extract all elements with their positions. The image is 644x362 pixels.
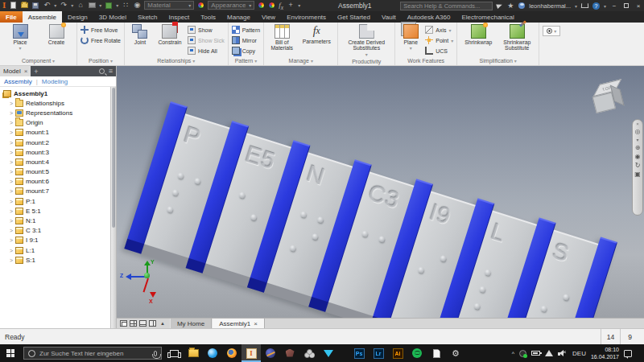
expander-icon[interactable]: > — [10, 101, 15, 106]
tree-item-representations[interactable]: >Representations — [0, 108, 116, 117]
navbar-close-icon[interactable]: × — [636, 121, 639, 126]
free-rotate-button[interactable]: Free Rotate — [80, 35, 121, 45]
tab-assembly1-document[interactable]: Assembly1× — [212, 319, 265, 328]
expander-icon[interactable]: > — [10, 208, 15, 214]
expander-icon[interactable]: > — [10, 150, 15, 155]
store-cart-icon[interactable] — [581, 3, 588, 8]
capture-caret-icon[interactable] — [99, 2, 101, 9]
tab-sketch[interactable]: Sketch — [132, 11, 163, 23]
restore-button[interactable] — [622, 3, 630, 8]
tree-item-mount-6[interactable]: >mount:6 — [0, 177, 116, 187]
tab-file[interactable]: File — [0, 11, 23, 23]
horizontal-split-icon[interactable] — [139, 320, 147, 327]
parameters-fx-icon[interactable]: fx — [279, 1, 283, 11]
color-wheel-icon[interactable] — [197, 2, 204, 9]
look-at-icon[interactable]: ▣ — [634, 171, 641, 178]
tree-item-e5-1[interactable]: >E 5:1 — [0, 206, 116, 216]
panel-label-work-features[interactable]: Work Features — [397, 56, 455, 65]
start-button[interactable] — [0, 344, 21, 362]
minimize-button[interactable]: − — [610, 2, 618, 10]
visual-options-button[interactable] — [543, 26, 560, 36]
select-dots-icon[interactable] — [122, 2, 130, 10]
tree-item-mount-4[interactable]: >mount:4 — [0, 157, 116, 167]
qat-overflow-caret[interactable] — [298, 2, 300, 9]
triangle-app-button[interactable] — [319, 344, 338, 362]
spotify-button[interactable] — [407, 344, 427, 362]
inventor-logo[interactable]: I — [2, 1, 6, 10]
browser-tab-model[interactable]: Model× — [0, 66, 31, 76]
update-caret-icon[interactable] — [116, 2, 118, 9]
space-app-button[interactable] — [261, 344, 280, 362]
tree-item-mount-7[interactable]: >mount:7 — [0, 187, 116, 196]
appearance-dropdown[interactable]: Appearance — [208, 1, 254, 10]
view-modeling-link[interactable]: Modeling — [42, 78, 68, 85]
language-indicator[interactable]: DEU — [572, 350, 586, 357]
expander-icon[interactable]: > — [10, 199, 15, 204]
tree-item-p-1[interactable]: >P:1 — [0, 196, 116, 206]
inventor-taskbar-button[interactable]: I — [242, 344, 261, 362]
tab-my-home[interactable]: My Home — [170, 319, 212, 328]
open-button[interactable] — [20, 2, 28, 10]
document-close-icon[interactable]: × — [254, 320, 258, 327]
microphone-icon[interactable] — [154, 351, 157, 356]
plane-button[interactable]: Plane — [398, 24, 423, 51]
tab-electromechanical[interactable]: Electromechanical — [456, 11, 519, 23]
tab-design[interactable]: Design — [62, 11, 93, 23]
parameters-button[interactable]: fxParameters — [299, 24, 334, 44]
battery-icon[interactable] — [531, 351, 540, 356]
tree-item-l-1[interactable]: >L:1 — [0, 245, 116, 255]
tab-manage[interactable]: Manage — [221, 11, 256, 23]
material-dropdown[interactable]: Material — [144, 1, 194, 10]
help-icon[interactable]: ? — [592, 2, 600, 10]
panel-label-productivity[interactable]: Productivity — [340, 59, 393, 65]
tree-item-mount-2[interactable]: >mount:2 — [0, 138, 116, 147]
security-tray-icon[interactable] — [519, 350, 526, 357]
send-feedback-icon[interactable] — [496, 2, 503, 9]
tray-expand-icon[interactable]: ^ — [512, 351, 514, 356]
expander-icon[interactable]: > — [10, 257, 15, 263]
expander-icon[interactable]: > — [10, 120, 15, 125]
file-explorer-button[interactable] — [184, 344, 203, 362]
tree-item-mount-5[interactable]: >mount:5 — [0, 167, 116, 177]
browser-tab-close-icon[interactable]: × — [24, 68, 28, 75]
lightroom-button[interactable]: Lr — [369, 344, 388, 362]
adjust-add-icon[interactable] — [258, 2, 265, 9]
redo-button[interactable] — [60, 2, 68, 10]
tree-item-s-1[interactable]: >S:1 — [0, 255, 116, 265]
user-name[interactable]: leonhabermal... — [529, 2, 571, 10]
assembly-model[interactable]: P E5 N C3 I9 L S — [124, 101, 617, 318]
firefox-button[interactable] — [222, 344, 242, 362]
expander-icon[interactable]: > — [10, 188, 15, 194]
tab-autodesk-a360[interactable]: Autodesk A360 — [402, 11, 456, 23]
tree-item-assembly1[interactable]: Assembly1 — [0, 88, 116, 98]
volume-muted-icon[interactable] — [558, 350, 568, 357]
pattern-button[interactable]: Pattern — [232, 25, 261, 35]
tab-tools[interactable]: Tools — [195, 11, 221, 23]
navbar-caret-icon[interactable]: ▾ — [636, 138, 638, 142]
browser-menu-icon[interactable]: ≡ — [109, 68, 113, 75]
tab-get-started[interactable]: Get Started — [332, 11, 376, 23]
wifi-icon[interactable] — [545, 350, 553, 356]
tab-3d-model[interactable]: 3D Model — [93, 11, 132, 23]
zoom-icon[interactable]: ◉ — [635, 154, 641, 160]
place-button[interactable]: Place — [3, 24, 37, 51]
adjust-clear-icon[interactable] — [268, 2, 275, 9]
help-caret-icon[interactable] — [604, 2, 606, 10]
ucs-button[interactable]: UCS — [425, 46, 453, 56]
tile-windows-icon[interactable] — [130, 320, 137, 327]
panel-label-simplification[interactable]: Simplification — [459, 56, 537, 65]
hide-all-button[interactable]: Hide All — [188, 46, 225, 56]
panel-label-relationships[interactable]: Relationships — [126, 56, 226, 65]
user-caret-icon[interactable] — [575, 2, 577, 10]
browser-search-icon[interactable] — [99, 68, 105, 74]
cascade-windows-icon[interactable] — [120, 320, 127, 327]
create-derived-substitutes-button[interactable]: Create Derived Substitutes — [341, 24, 391, 58]
capture-button[interactable] — [88, 2, 96, 10]
graphics-viewport[interactable]: P E5 N C3 I9 L S TOP — [117, 66, 644, 328]
free-move-button[interactable]: Free Move — [80, 25, 121, 35]
tree-item-n-1[interactable]: >N:1 — [0, 216, 116, 225]
navigation-wheel-icon[interactable]: ◎ — [635, 129, 641, 135]
joint-button[interactable]: Joint — [128, 24, 152, 45]
expander-icon[interactable]: > — [10, 140, 15, 146]
scrollbar-thumb[interactable] — [112, 88, 115, 228]
